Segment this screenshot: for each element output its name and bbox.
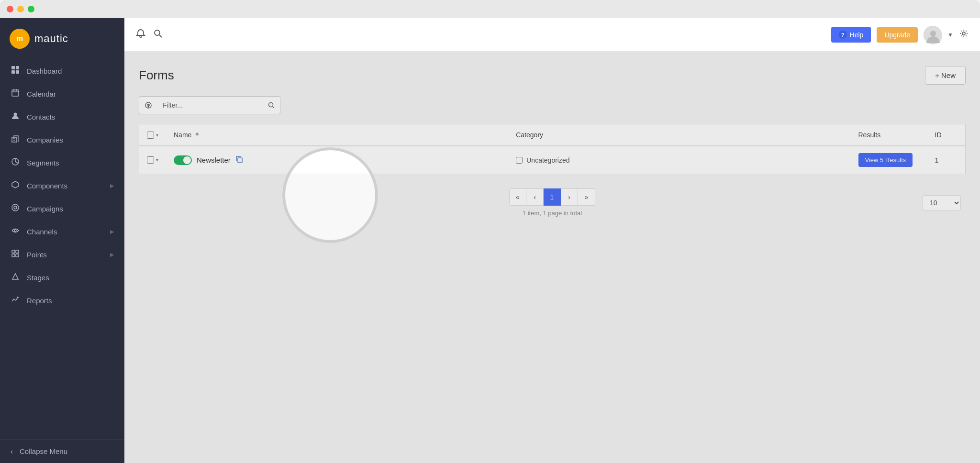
minimize-button[interactable]: [17, 6, 24, 12]
sidebar-item-label-stages: Stages: [27, 274, 114, 282]
category-checkbox[interactable]: [516, 157, 523, 164]
row-category-cell: Uncategorized: [508, 146, 850, 174]
filter-input[interactable]: [157, 96, 262, 114]
window-chrome: [0, 0, 980, 18]
main-content: ? Help Upgrade ▼: [124, 18, 980, 463]
svg-rect-5: [16, 70, 19, 74]
table-row: ▾ Newsletter: [139, 146, 966, 174]
user-avatar[interactable]: [924, 26, 942, 44]
topbar-actions: ? Help Upgrade ▼: [831, 26, 969, 44]
sidebar-item-points[interactable]: Points ▶: [0, 243, 124, 266]
svg-point-28: [930, 31, 936, 36]
pagination-controls: « ‹ 1 › »: [509, 188, 595, 206]
topbar: ? Help Upgrade ▼: [124, 18, 980, 52]
search-icon[interactable]: [153, 29, 163, 41]
user-dropdown-caret-icon[interactable]: ▼: [947, 32, 953, 38]
view-results-label: View 5 Results: [865, 156, 906, 164]
name-column-label: Name: [174, 131, 191, 139]
help-circle-icon: ?: [839, 31, 847, 39]
row-checkbox-cell: ▾: [139, 146, 167, 174]
per-page-select[interactable]: 10 25 50 100: [923, 195, 961, 210]
points-arrow-icon: ▶: [110, 252, 114, 258]
table-header-category: Category: [508, 124, 850, 146]
svg-point-10: [14, 113, 17, 116]
page-number: 1: [550, 193, 554, 201]
points-icon: [11, 250, 20, 259]
help-button[interactable]: ? Help: [831, 27, 871, 43]
pagination-page-1-button[interactable]: 1: [544, 188, 561, 206]
pagination-row: « ‹ 1 › » 1 item, 1 page in total 10 25: [139, 188, 966, 217]
svg-point-18: [14, 230, 16, 232]
table-header-results: Results: [851, 124, 927, 146]
help-label: Help: [850, 31, 864, 39]
page-content: Forms + New ?: [124, 52, 980, 463]
select-all-checkbox[interactable]: [147, 132, 154, 139]
filter-bar: ?: [139, 96, 966, 114]
newsletter-name[interactable]: Newsletter: [197, 156, 231, 164]
pagination-last-button[interactable]: »: [578, 188, 595, 206]
view-results-button[interactable]: View 5 Results: [858, 153, 913, 167]
svg-rect-11: [12, 137, 17, 142]
filter-search-button[interactable]: [262, 96, 280, 114]
new-label: + New: [935, 71, 956, 79]
pagination-prev-button[interactable]: ‹: [526, 188, 544, 206]
sort-icon: [194, 132, 200, 139]
sidebar-item-channels[interactable]: Channels ▶: [0, 220, 124, 243]
components-icon: [11, 181, 20, 190]
sidebar-item-campaigns[interactable]: Campaigns: [0, 197, 124, 220]
contacts-icon: [11, 112, 20, 121]
topbar-icons: [136, 29, 163, 41]
svg-line-26: [159, 35, 162, 37]
new-button[interactable]: + New: [925, 66, 966, 85]
sidebar-item-label-calendar: Calendar: [27, 90, 114, 98]
sidebar-item-label-reports: Reports: [27, 297, 114, 305]
logo-icon: m: [10, 29, 30, 49]
svg-rect-20: [16, 250, 19, 253]
campaigns-icon: [11, 204, 20, 213]
sidebar-item-label-companies: Companies: [27, 136, 114, 144]
svg-rect-2: [11, 66, 15, 69]
pagination-next-button[interactable]: ›: [561, 188, 578, 206]
forms-table: ▾ Name: [139, 124, 966, 174]
svg-text:?: ?: [147, 103, 149, 108]
svg-point-29: [962, 32, 965, 35]
channels-icon: [11, 227, 20, 236]
sidebar-item-components[interactable]: Components ▶: [0, 174, 124, 197]
collapse-menu-button[interactable]: ‹ Collapse Menu: [0, 439, 124, 463]
notification-icon[interactable]: [136, 29, 145, 41]
logo-text: mautic: [34, 33, 68, 45]
svg-rect-4: [11, 70, 15, 74]
sidebar-item-segments[interactable]: Segments: [0, 151, 124, 174]
sidebar-item-companies[interactable]: Companies: [0, 128, 124, 151]
newsletter-toggle[interactable]: [174, 155, 192, 165]
sidebar-item-label-components: Components: [27, 182, 103, 190]
companies-icon: [11, 135, 20, 144]
sidebar-item-reports[interactable]: Reports: [0, 289, 124, 312]
sidebar-item-contacts[interactable]: Contacts: [0, 105, 124, 128]
sidebar-item-label-dashboard: Dashboard: [27, 67, 114, 75]
row-dropdown-icon[interactable]: ▾: [156, 157, 158, 163]
svg-rect-22: [16, 254, 19, 257]
row-select-checkbox[interactable]: [147, 156, 154, 164]
svg-marker-15: [12, 181, 19, 188]
form-copy-icon[interactable]: [235, 155, 243, 165]
table-header-name[interactable]: Name: [166, 124, 508, 146]
components-arrow-icon: ▶: [110, 183, 114, 189]
close-button[interactable]: [7, 6, 13, 12]
sidebar-logo: m mautic: [0, 18, 124, 59]
sidebar-item-calendar[interactable]: Calendar: [0, 82, 124, 105]
pagination-first-button[interactable]: «: [509, 188, 526, 206]
upgrade-button[interactable]: Upgrade: [877, 27, 918, 43]
svg-text:m: m: [16, 34, 23, 43]
sidebar-item-dashboard[interactable]: Dashboard: [0, 59, 124, 82]
sidebar-item-stages[interactable]: Stages: [0, 266, 124, 289]
upgrade-label: Upgrade: [884, 31, 910, 39]
sidebar-item-label-points: Points: [27, 251, 103, 259]
row-name-cell: Newsletter: [166, 146, 508, 174]
maximize-button[interactable]: [28, 6, 34, 12]
checkbox-dropdown-icon[interactable]: ▾: [156, 132, 158, 138]
sidebar-item-label-contacts: Contacts: [27, 113, 114, 121]
svg-rect-34: [238, 158, 242, 163]
filter-help-button[interactable]: ?: [139, 96, 157, 114]
settings-icon[interactable]: [959, 29, 969, 41]
